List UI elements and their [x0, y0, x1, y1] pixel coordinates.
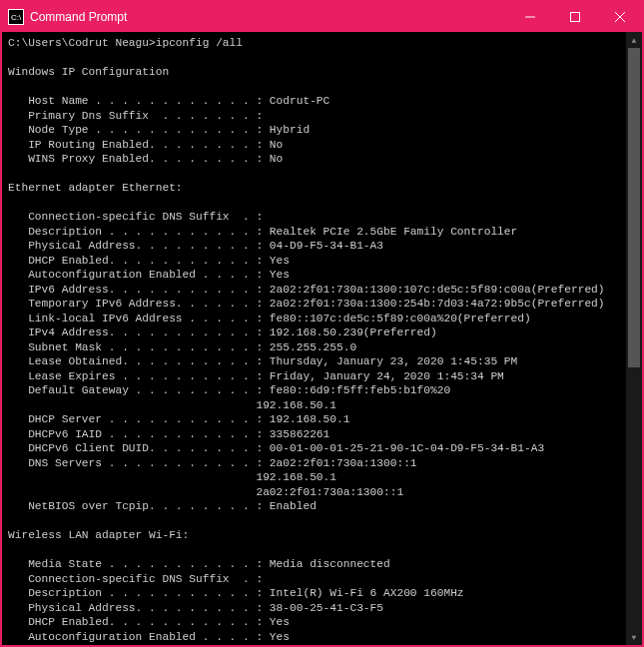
- field-indent: [8, 110, 28, 122]
- eth-dns-value3: 2a02:2f01:730a:1300::1: [256, 486, 403, 498]
- eth-physaddr-value: 04-D9-F5-34-B1-A3: [270, 240, 383, 252]
- eth-ipv6-label: IPv6 Address. . . . . . . . . . . :: [28, 284, 263, 296]
- eth-dhcpserver-label: DHCP Server . . . . . . . . . . . :: [28, 413, 263, 425]
- field-indent: [8, 341, 28, 353]
- window-controls: [507, 2, 642, 32]
- eth-autoconf-value: Yes: [270, 269, 290, 281]
- eth-lease-exp-value: Friday, January 24, 2020 1:45:34 PM: [270, 370, 504, 382]
- node-type-value: Hybrid: [270, 124, 310, 136]
- wins-proxy-value: No: [270, 153, 283, 165]
- close-button[interactable]: [597, 2, 642, 32]
- field-indent: [8, 95, 28, 107]
- eth-description-value: Realtek PCIe 2.5GbE Family Controller: [270, 226, 517, 238]
- eth-linklocal-label: Link-local IPv6 Address . . . . . :: [28, 313, 263, 324]
- section-header-global: Windows IP Configuration: [8, 66, 169, 78]
- field-indent: [8, 226, 28, 238]
- field-indent: [8, 269, 28, 281]
- terminal-area: C:\Users\Codrut Neagu>ipconfig /all Wind…: [2, 32, 642, 645]
- eth-dhcp-enabled-label: DHCP Enabled. . . . . . . . . . . :: [28, 255, 263, 267]
- field-indent: [8, 298, 28, 310]
- field-indent: [8, 428, 28, 440]
- prompt-path: C:\Users\Codrut Neagu>: [8, 37, 156, 49]
- field-indent: [8, 573, 28, 585]
- wifi-description-label: Description . . . . . . . . . . . :: [28, 587, 263, 599]
- wifi-autoconf-value: Yes: [270, 631, 290, 643]
- scrollbar-up-arrow-icon[interactable]: ▲: [626, 32, 642, 48]
- eth-conn-dns-label: Connection-specific DNS Suffix . :: [28, 211, 263, 223]
- scrollbar-track[interactable]: [626, 48, 642, 629]
- wifi-physaddr-label: Physical Address. . . . . . . . . :: [28, 602, 263, 614]
- eth-netbios-value: Enabled: [270, 500, 317, 512]
- minimize-button[interactable]: [507, 2, 552, 32]
- wins-proxy-label: WINS Proxy Enabled. . . . . . . . :: [28, 153, 263, 165]
- titlebar[interactable]: C:\ Command Prompt: [2, 2, 642, 32]
- field-indent: [8, 255, 28, 267]
- field-indent: [8, 211, 28, 223]
- eth-dns-value: 2a02:2f01:730a:1300::1: [270, 457, 417, 469]
- wifi-description-value: Intel(R) Wi-Fi 6 AX200 160MHz: [270, 587, 464, 599]
- field-indent: [8, 500, 28, 512]
- wifi-media-state-label: Media State . . . . . . . . . . . :: [28, 558, 263, 570]
- eth-dhcpv6iaid-label: DHCPv6 IAID . . . . . . . . . . . :: [28, 428, 263, 440]
- field-indent: [8, 442, 28, 454]
- eth-temp-ipv6-label: Temporary IPv6 Address. . . . . . :: [28, 298, 263, 310]
- command-prompt-window: C:\ Command Prompt C:\Users\Codrut Neagu…: [2, 2, 642, 645]
- wifi-dhcp-enabled-label: DHCP Enabled. . . . . . . . . . . :: [28, 616, 263, 628]
- field-indent: [8, 313, 28, 324]
- eth-dhcpv6duid-value: 00-01-00-01-25-21-90-1C-04-D9-F5-34-B1-A…: [270, 442, 544, 454]
- maximize-button[interactable]: [552, 2, 597, 32]
- field-indent: [8, 384, 28, 396]
- wifi-physaddr-value: 38-00-25-41-C3-F5: [270, 602, 383, 614]
- eth-dns-value2: 192.168.50.1: [256, 471, 336, 483]
- eth-lease-obt-value: Thursday, January 23, 2020 1:45:35 PM: [270, 355, 517, 367]
- scrollbar-down-arrow-icon[interactable]: ▼: [626, 629, 642, 645]
- field-indent: [8, 631, 28, 643]
- scrollbar-thumb[interactable]: [628, 48, 640, 367]
- ip-routing-value: No: [270, 139, 283, 151]
- eth-lease-obt-label: Lease Obtained. . . . . . . . . . :: [28, 355, 263, 367]
- eth-description-label: Description . . . . . . . . . . . :: [28, 226, 263, 238]
- eth-gateway-value: fe80::6d9:f5ff:feb5:b1f0%20: [270, 384, 450, 396]
- svg-rect-1: [570, 13, 579, 22]
- field-indent: [8, 602, 28, 614]
- field-indent: [8, 240, 28, 252]
- eth-subnet-label: Subnet Mask . . . . . . . . . . . :: [28, 341, 263, 353]
- field-indent: [8, 139, 28, 151]
- field-indent: [8, 284, 28, 296]
- eth-dhcpv6duid-label: DHCPv6 Client DUID. . . . . . . . :: [28, 442, 263, 454]
- node-type-label: Node Type . . . . . . . . . . . . :: [28, 124, 263, 136]
- eth-physaddr-label: Physical Address. . . . . . . . . :: [28, 240, 263, 252]
- eth-dns-cont-pad2: [8, 486, 250, 498]
- eth-gateway-cont-pad: [8, 399, 250, 411]
- section-header-ethernet: Ethernet adapter Ethernet:: [8, 182, 183, 194]
- section-header-wifi: Wireless LAN adapter Wi-Fi:: [8, 529, 189, 541]
- ip-routing-label: IP Routing Enabled. . . . . . . . :: [28, 139, 263, 151]
- field-indent: [8, 124, 28, 136]
- eth-lease-exp-label: Lease Expires . . . . . . . . . . :: [28, 370, 263, 382]
- field-indent: [8, 457, 28, 469]
- eth-gateway-value2: 192.168.50.1: [256, 399, 336, 411]
- eth-dhcpserver-value: 192.168.50.1: [270, 413, 350, 425]
- field-indent: [8, 355, 28, 367]
- eth-dhcpv6iaid-value: 335862261: [270, 428, 329, 440]
- eth-ipv6-value: 2a02:2f01:730a:1300:107c:de5c:5f89:c00a(…: [270, 284, 605, 296]
- host-name-value: Codrut-PC: [270, 95, 329, 107]
- host-name-label: Host Name . . . . . . . . . . . . :: [28, 95, 263, 107]
- primary-dns-suffix-label: Primary Dns Suffix . . . . . . . :: [28, 110, 263, 122]
- wifi-dhcp-enabled-value: Yes: [270, 616, 290, 628]
- field-indent: [8, 616, 28, 628]
- eth-ipv4-value: 192.168.50.239(Preferred): [270, 326, 437, 338]
- eth-netbios-label: NetBIOS over Tcpip. . . . . . . . :: [28, 500, 263, 512]
- prompt-line: C:\Users\Codrut Neagu>ipconfig /all: [8, 37, 243, 49]
- cmd-icon: C:\: [8, 9, 24, 25]
- field-indent: [8, 326, 28, 338]
- field-indent: [8, 413, 28, 425]
- terminal-output[interactable]: C:\Users\Codrut Neagu>ipconfig /all Wind…: [2, 32, 626, 645]
- eth-subnet-value: 255.255.255.0: [270, 341, 356, 353]
- wifi-conn-dns-label: Connection-specific DNS Suffix . :: [28, 573, 263, 585]
- field-indent: [8, 153, 28, 165]
- eth-ipv4-label: IPv4 Address. . . . . . . . . . . :: [28, 326, 263, 338]
- field-indent: [8, 587, 28, 599]
- prompt-command: ipconfig /all: [156, 37, 243, 49]
- vertical-scrollbar[interactable]: ▲ ▼: [626, 32, 642, 645]
